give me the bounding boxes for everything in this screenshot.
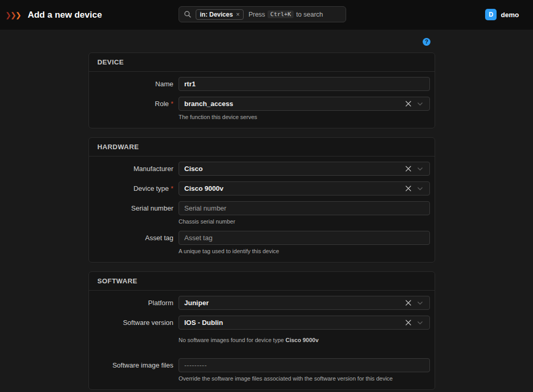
field-help-main: The function this device serves: [179, 114, 257, 120]
form-row-name: Name *: [89, 77, 435, 91]
field-help-text: A unique tag used to identify this devic…: [179, 248, 430, 255]
field-control[interactable]: [179, 97, 430, 111]
form-row-manufacturer: Manufacturer *: [89, 162, 435, 176]
field-column: [179, 77, 430, 91]
search-hint-press: Press: [248, 11, 265, 18]
form-content: ? DEVICE Name *: [88, 30, 435, 390]
field-column: The function this device serves: [179, 97, 430, 121]
field-label: Device type *: [89, 181, 179, 195]
chevron-down-icon[interactable]: [417, 321, 423, 325]
section-title: DEVICE: [89, 53, 435, 72]
field-label: Platform *: [89, 296, 179, 310]
clear-icon[interactable]: [405, 319, 412, 326]
field-control[interactable]: [179, 296, 430, 310]
form-row-software-image-files: Software image files * Override t: [89, 358, 435, 382]
form-row-platform: Platform *: [89, 296, 435, 310]
field-help-main: A unique tag used to identify this devic…: [179, 248, 279, 254]
select-platform[interactable]: [184, 299, 401, 307]
top-bar: ❯ ❯ ❯ Add a new device in: Devices × Pre…: [0, 0, 533, 30]
required-asterisk: *: [169, 185, 173, 192]
field-help-text: Override the software image files associ…: [179, 375, 430, 382]
field-column: [179, 296, 430, 310]
section-body: Manufacturer *: [89, 156, 435, 262]
section-body: Name *: [89, 72, 435, 128]
field-label: Asset tag *: [89, 231, 179, 255]
input-serial-number[interactable]: [184, 204, 424, 212]
form-row-role: Role * The function this device s: [89, 97, 435, 121]
form-row-asset-tag: Asset tag * A unique tag used to: [89, 231, 435, 255]
field-label-text: Manufacturer: [133, 165, 173, 173]
form-sections: DEVICE Name *: [88, 53, 435, 390]
logo-chevron-icon: ❯: [15, 11, 20, 19]
field-column: [179, 162, 430, 176]
field-help-text: The function this device serves: [179, 114, 430, 121]
section-body: Platform *: [89, 291, 435, 389]
user-menu[interactable]: D demo: [485, 9, 519, 20]
field-label-text: Name: [155, 80, 173, 88]
search-icon: [184, 10, 192, 18]
field-help-text: No software images found for device type…: [179, 337, 430, 344]
logo-chevron-icon: ❯: [5, 11, 10, 19]
clear-icon[interactable]: [405, 165, 412, 172]
field-column: Override the software image files associ…: [179, 358, 430, 382]
help-row: ?: [88, 30, 435, 53]
search-hint-suffix: to search: [296, 11, 323, 18]
remove-filter-icon[interactable]: ×: [236, 11, 239, 18]
user-avatar[interactable]: D: [485, 9, 497, 20]
field-control[interactable]: [179, 231, 430, 245]
form-row-software-version: Software version * No software im: [89, 316, 435, 344]
input-asset-tag[interactable]: [184, 234, 424, 242]
logo-chevron-icon: ❯: [10, 11, 16, 19]
select-device-type[interactable]: [184, 185, 401, 192]
field-column: A unique tag used to identify this devic…: [179, 231, 430, 255]
clear-icon[interactable]: [405, 299, 412, 306]
chevron-down-icon[interactable]: [417, 187, 423, 191]
section-card-hardware: HARDWARE Manufacturer *: [88, 137, 435, 263]
app-logo[interactable]: ❯ ❯ ❯: [5, 11, 20, 19]
select-software-version[interactable]: [184, 319, 401, 326]
clear-icon[interactable]: [405, 185, 412, 192]
field-column: No software images found for device type…: [179, 316, 430, 344]
chevron-down-icon[interactable]: [417, 102, 423, 106]
keyboard-shortcut-badge: Ctrl+K: [268, 10, 294, 18]
field-control[interactable]: [179, 358, 430, 372]
input-name[interactable]: [184, 80, 424, 88]
field-control[interactable]: [179, 316, 430, 330]
user-name: demo: [501, 11, 519, 19]
field-label-text: Role: [155, 100, 169, 108]
field-label: Software version *: [89, 316, 179, 344]
global-search-input[interactable]: in: Devices × Press Ctrl+K to search: [179, 6, 346, 22]
field-help-main: Override the software image files associ…: [179, 375, 392, 382]
section-card-software: SOFTWARE Platform *: [88, 271, 435, 390]
search-filter-tag[interactable]: in: Devices ×: [196, 9, 244, 20]
field-label-text: Platform: [148, 299, 173, 307]
field-label: Software image files *: [89, 358, 179, 382]
field-help-text: Chassis serial number: [179, 218, 430, 225]
field-control[interactable]: [179, 201, 430, 215]
field-label: Manufacturer *: [89, 162, 179, 176]
field-label: Role *: [89, 97, 179, 121]
section-title: HARDWARE: [89, 138, 435, 156]
help-icon[interactable]: ?: [423, 38, 430, 46]
chevron-down-icon[interactable]: [417, 301, 423, 305]
field-control[interactable]: [179, 181, 430, 195]
form-row-device-type: Device type *: [89, 181, 435, 195]
search-filter-label: in: Devices: [200, 11, 233, 18]
select-software-image-files[interactable]: [184, 361, 424, 369]
field-help-main: Chassis serial number: [179, 218, 235, 225]
clear-icon[interactable]: [405, 100, 412, 107]
field-label: Name *: [89, 77, 179, 91]
required-asterisk: *: [169, 100, 173, 108]
page-title: Add a new device: [28, 10, 102, 20]
section-card-device: DEVICE Name *: [88, 53, 435, 128]
field-column: [179, 181, 430, 195]
chevron-down-icon[interactable]: [417, 167, 423, 171]
select-manufacturer[interactable]: [184, 165, 401, 173]
field-label-text: Asset tag: [145, 234, 173, 242]
field-help-bold: Cisco 9000v: [285, 337, 319, 343]
select-role[interactable]: [184, 100, 401, 108]
form-row-serial-number: Serial number * Chassis serial nu: [89, 201, 435, 225]
field-control[interactable]: [179, 77, 430, 91]
field-label-text: Serial number: [131, 204, 173, 212]
field-control[interactable]: [179, 162, 430, 176]
